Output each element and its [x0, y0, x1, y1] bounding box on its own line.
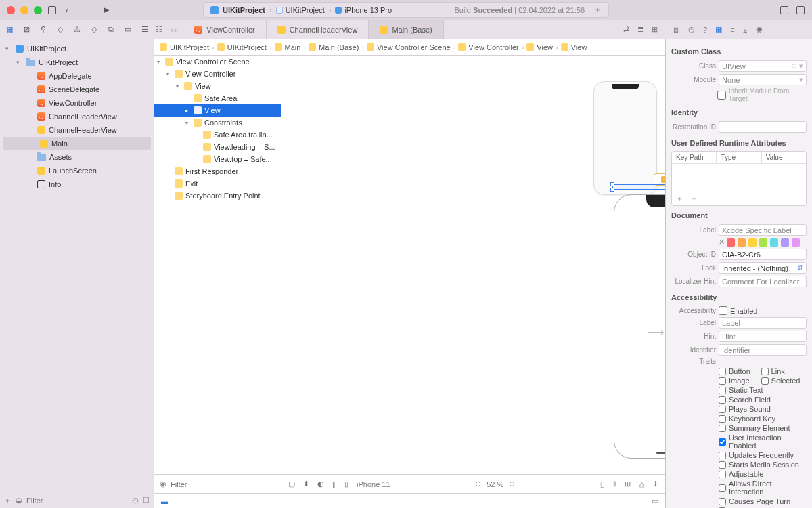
attributes-inspector-icon[interactable]: ≡ — [730, 26, 734, 34]
lock-field[interactable]: Inherited - (Nothing)⇵ — [719, 262, 807, 274]
editor-tab[interactable]: Main (Base) — [369, 20, 443, 39]
remove-attr-icon[interactable]: － — [690, 194, 698, 204]
report-navigator-icon[interactable]: ☰ — [140, 25, 149, 35]
outline-item[interactable]: Storyboard Entry Point — [154, 190, 281, 202]
doc-label-field[interactable]: Xcode Specific Label — [719, 224, 807, 236]
zoom-level[interactable]: 52 % — [487, 480, 503, 488]
jump-bar[interactable]: UIKitProject›UIKitProject›Main›Main (Bas… — [154, 39, 665, 56]
outline-item[interactable]: ▾View Controller — [154, 68, 281, 80]
selected-view-frame[interactable] — [612, 184, 665, 190]
acc-hint-field[interactable]: Hint — [719, 331, 807, 342]
connections-inspector-icon[interactable]: ◉ — [756, 25, 763, 34]
debug-navigator-icon[interactable]: ⧉ — [106, 25, 115, 35]
editor-tab[interactable]: ViewController — [183, 20, 266, 39]
color-swatch[interactable] — [770, 238, 778, 247]
color-swatch[interactable] — [738, 238, 746, 247]
compare-icon[interactable]: ⇄ — [623, 25, 629, 34]
outline-item[interactable]: View.leading = S... — [154, 141, 281, 153]
embed-icon[interactable]: ⌷ — [600, 480, 605, 488]
trait-checkbox[interactable] — [719, 368, 726, 375]
breadcrumb-segment[interactable]: Main — [285, 43, 301, 51]
adjust-editor-icon[interactable]: ≣ — [637, 25, 644, 34]
trait-checkbox[interactable] — [719, 387, 726, 394]
trait-checkbox[interactable] — [761, 368, 769, 375]
breadcrumb-segment[interactable]: View Controller Scene — [377, 43, 451, 51]
navigator-item[interactable]: Main — [3, 137, 151, 150]
trait-checkbox[interactable] — [719, 406, 726, 413]
breadcrumb-segment[interactable]: UIKitProject — [170, 43, 209, 51]
size-inspector-icon[interactable]: ⟁ — [743, 26, 748, 34]
navigator-item[interactable]: ChannelHeaderView — [0, 123, 154, 137]
lochint-field[interactable]: Comment For Localizer — [719, 276, 807, 287]
inspector-toggle-icon[interactable] — [796, 5, 805, 15]
outline-filter-icon[interactable]: ◉ — [160, 480, 166, 488]
trait-checkbox[interactable] — [719, 396, 726, 404]
disclosure-icon[interactable]: ▾ — [166, 71, 172, 77]
color-swatch[interactable] — [792, 238, 800, 247]
related-items-icon[interactable]: ☷ — [154, 25, 164, 34]
minimize-window[interactable] — [20, 6, 28, 14]
restoration-id-field[interactable] — [719, 121, 807, 133]
embed-in-icon[interactable]: ⤓ — [652, 480, 658, 488]
device-config-icon[interactable]: ▯ — [344, 480, 348, 488]
inherit-module-checkbox[interactable] — [717, 91, 726, 100]
trait-checkbox[interactable] — [719, 498, 726, 505]
outline-item[interactable]: Safe Area.trailin... — [154, 129, 281, 141]
recent-filter-icon[interactable]: ◴ — [132, 496, 139, 505]
color-swatch[interactable] — [781, 238, 789, 247]
breadcrumb-segment[interactable]: Main (Base) — [319, 43, 359, 51]
help-inspector-icon[interactable]: ? — [703, 26, 707, 34]
navigator-item[interactable]: Assets — [0, 150, 154, 164]
add-tab-icon[interactable]: ＋ — [594, 5, 602, 15]
runtime-attrs-table[interactable]: Key Path Type Value ＋－ — [671, 151, 807, 206]
outline-item[interactable]: First Responder — [154, 165, 281, 177]
filter-scope-icon[interactable]: ◒ — [16, 496, 22, 505]
navigator-item[interactable]: ViewController — [0, 96, 154, 110]
disclosure-icon[interactable]: ▸ — [185, 108, 191, 114]
history-inspector-icon[interactable]: ◷ — [688, 25, 695, 34]
color-swatch[interactable] — [748, 238, 757, 247]
trait-checkbox[interactable] — [719, 484, 726, 492]
breadcrumb-segment[interactable]: View — [571, 43, 587, 51]
outline-item[interactable]: Safe Area — [154, 92, 281, 104]
trait-checkbox[interactable] — [719, 461, 726, 469]
acc-enabled-checkbox[interactable] — [719, 306, 727, 315]
outline-item[interactable]: Exit — [154, 177, 281, 190]
outline-item[interactable]: ▾Constraints — [154, 117, 281, 129]
class-field[interactable]: UIView⊕ ▾ — [719, 60, 807, 72]
align-icon[interactable]: ⦀ — [613, 480, 616, 488]
view-as-icon[interactable]: ▢ — [288, 480, 295, 488]
disclosure-icon[interactable]: ▾ — [5, 45, 12, 52]
library-icon[interactable] — [780, 5, 789, 15]
zoom-in-icon[interactable]: ⊕ — [509, 480, 515, 488]
project-navigator-icon[interactable]: ▦ — [5, 25, 14, 35]
source-control-navigator-icon[interactable]: ⊠ — [22, 25, 31, 35]
history-forward[interactable]: › — [175, 26, 177, 34]
acc-ident-field[interactable]: Identifier — [719, 344, 807, 356]
navigator-item[interactable]: ▾UIKitProject — [0, 42, 154, 56]
canvas-minimap[interactable] — [593, 81, 657, 195]
breadcrumb-segment[interactable]: View Controller — [468, 43, 518, 51]
navigator-item[interactable]: SceneDelegate — [0, 83, 154, 96]
trait-checkbox[interactable] — [719, 438, 726, 446]
constraints-mode-icon[interactable]: ⫿ — [332, 480, 336, 488]
identity-inspector-icon[interactable]: ▦ — [715, 25, 722, 34]
navigator-item[interactable]: Info — [0, 177, 154, 191]
acc-label-field[interactable]: Label — [719, 317, 807, 329]
breadcrumb-segment[interactable]: UIKitProject — [227, 43, 267, 51]
color-swatch[interactable] — [759, 238, 767, 247]
disclosure-icon[interactable]: ▾ — [157, 59, 162, 65]
navigator-item[interactable]: AppDelegate — [0, 69, 154, 83]
orientation-icon[interactable]: ⬍ — [303, 480, 309, 488]
trait-checkbox[interactable] — [719, 471, 726, 478]
trait-checkbox[interactable] — [761, 377, 769, 385]
close-window[interactable] — [7, 6, 15, 14]
navigator-filter-input[interactable] — [26, 496, 128, 505]
find-navigator-icon[interactable]: ◇ — [56, 25, 65, 35]
trait-checkbox[interactable] — [719, 415, 726, 423]
module-field[interactable]: None▾ — [719, 74, 807, 85]
preview-device-label[interactable]: iPhone 11 — [357, 480, 390, 488]
add-attr-icon[interactable]: ＋ — [676, 194, 683, 204]
disclosure-icon[interactable]: ▾ — [185, 120, 191, 126]
navigator-item[interactable]: ChannelHeaderView — [0, 110, 154, 123]
